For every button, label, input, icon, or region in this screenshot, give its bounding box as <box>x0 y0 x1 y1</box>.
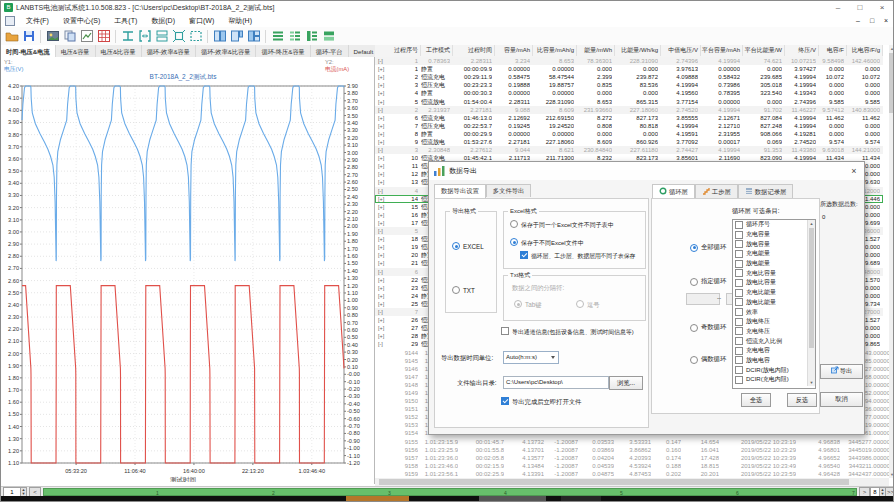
mdi-minimize-icon[interactable]: – <box>851 15 865 27</box>
checkbox-separate-sheets[interactable]: 循环层、工步层、数据层用不同子表保存 <box>520 251 635 261</box>
checkbox-open-after[interactable]: 导出完成后立即打开文件 <box>501 397 581 407</box>
save-icon[interactable] <box>20 28 37 44</box>
snapshot-icon[interactable] <box>44 28 61 44</box>
list-item-16[interactable]: DCIR(充电内阻) <box>733 375 815 385</box>
radio-diff-file[interactable]: 保存于不同Excel文件中 <box>510 238 584 248</box>
output-dir-input[interactable]: C:\Users\pc\Desktop\ <box>503 376 609 389</box>
browse-button[interactable]: 浏览... <box>609 376 643 390</box>
column-header-1[interactable]: 工作模式 <box>421 45 453 56</box>
column-header-8[interactable]: 平台容量/mAh <box>701 45 743 56</box>
list-scrollbar[interactable]: ▲ ▼ <box>807 220 815 386</box>
list-item-15[interactable]: DCIR(放电内阻) <box>733 365 815 375</box>
view-tab-4[interactable]: 循环-效率&比容量 <box>196 45 257 57</box>
cycle-scope-option-0[interactable]: 全部循环 <box>690 243 726 252</box>
list-view3-icon[interactable] <box>303 28 320 44</box>
layout-side-icon[interactable] <box>228 28 245 44</box>
mdi-restore-icon[interactable]: □ <box>865 15 879 27</box>
column-header-3[interactable]: 容量/mAh <box>495 45 533 56</box>
record-row[interactable]: 91561.01:23:25.900:01:55.84.13701-1.2008… <box>375 446 883 454</box>
list-item-6[interactable]: 放电比容量 <box>733 278 815 288</box>
zoom-reset-icon[interactable] <box>170 28 187 44</box>
column-header-12[interactable]: 比电容/F/g <box>847 45 883 56</box>
record-row[interactable]: 91571.01:23:36.000:02:05.84.13577-1.2008… <box>375 454 883 462</box>
column-header-10[interactable]: 终压/V <box>785 45 819 56</box>
list-item-12[interactable]: 恒流充入比例 <box>733 336 815 346</box>
zoom-box-icon[interactable] <box>187 28 204 44</box>
menu-item-0[interactable]: 文件(F) <box>19 14 56 27</box>
view-tab-0[interactable]: 时间-电压&电流 <box>1 45 56 57</box>
scroll-up-icon[interactable]: ▲ <box>808 220 815 227</box>
list-item-13[interactable]: 充电电容 <box>733 346 815 356</box>
record-row[interactable]: 91581.01:23:46.000:02:15.94.13484-1.2008… <box>375 462 883 470</box>
report-table-icon[interactable] <box>95 28 112 44</box>
process-row[interactable]: [+]6恒流充电01:46:13.02.12692212.691508.2728… <box>375 114 883 122</box>
channel-progress-bar[interactable]: 1234567 <box>43 488 857 496</box>
scroll-up-icon[interactable]: ▲ <box>889 45 894 52</box>
column-header-2[interactable]: 过程时间 <box>453 45 495 56</box>
cancel-button[interactable]: 取消 <box>820 392 863 407</box>
process-row[interactable]: [+]4静置00:00:30.30.000000.000000.0000.000… <box>375 89 883 97</box>
copy-icon[interactable] <box>61 28 78 44</box>
radio-same-file[interactable]: 保存于同一个Excel文件不同子表中 <box>510 220 614 230</box>
minimize-icon[interactable]: – <box>827 1 849 14</box>
radio-comma[interactable]: 逗号 <box>576 300 600 310</box>
record-row[interactable]: 91591.01:23:56.100:02:25.94.13391-1.2008… <box>375 470 883 478</box>
export-button[interactable]: 导出 <box>820 364 863 379</box>
view-tab-2[interactable]: 电压&比容量 <box>96 45 142 57</box>
column-header-6[interactable]: 比能量/Wh/kg <box>615 45 661 56</box>
list-item-10[interactable]: 放电终压 <box>733 317 815 327</box>
process-row[interactable]: [+]1静置00:00:09.90.000000.000000.0000.000… <box>375 65 883 73</box>
view-tab-3[interactable]: 循环-效率&容量 <box>142 45 196 57</box>
mdi-close-icon[interactable]: × <box>879 15 893 27</box>
process-row[interactable]: [+]8静置00:00:29.90.000000.000000.0000.000… <box>375 130 883 138</box>
scroll-down-icon[interactable]: ▼ <box>889 471 894 478</box>
menu-item-1[interactable]: 设置中心(S) <box>56 14 107 27</box>
table-vertical-scrollbar[interactable]: ▲ ▼ <box>889 45 894 478</box>
radio-excel[interactable]: EXCEL <box>452 242 484 250</box>
process-row[interactable]: [+]2恒流充电00:29:11.90.5847558.475442.39923… <box>375 73 883 81</box>
layout-mix-icon[interactable] <box>245 28 262 44</box>
list-item-11[interactable]: 充电终压 <box>733 327 815 337</box>
zoom-y-icon[interactable] <box>153 28 170 44</box>
list-item-4[interactable]: 放电能量 <box>733 259 815 269</box>
list-item-14[interactable]: 放电电容 <box>733 356 815 366</box>
column-header-0[interactable]: 过程序号 <box>389 45 421 56</box>
tab-cycle-layer[interactable]: 循环层 <box>652 184 695 199</box>
restore-icon[interactable]: □ <box>849 1 871 14</box>
cycle-row[interactable]: [-]22.319372.271819.0888.609231.93660227… <box>375 106 883 114</box>
process-row[interactable]: [+]9恒流放电01:53:27.62.27181227.180608.6098… <box>375 138 883 146</box>
list-item-0[interactable]: 循环序号 <box>733 220 815 230</box>
radio-txt[interactable]: TXT <box>452 286 475 294</box>
menu-item-2[interactable]: 工具(T) <box>107 14 144 27</box>
axis-setup-icon[interactable] <box>119 28 136 44</box>
cycle-range-start-input[interactable] <box>686 293 720 305</box>
list-item-2[interactable]: 放电容量 <box>733 239 815 249</box>
list-item-9[interactable]: 效率 <box>733 307 815 317</box>
column-header-7[interactable]: 中值电压/V <box>661 45 701 56</box>
list-item-1[interactable]: 充电容量 <box>733 230 815 240</box>
select-all-button[interactable]: 全选 <box>741 393 771 407</box>
menu-item-4[interactable]: 窗口(W) <box>182 14 221 27</box>
scroll-thumb[interactable] <box>889 53 894 113</box>
column-header-5[interactable]: 能量/mWh <box>577 45 615 56</box>
cycle-row[interactable]: [-]32.308482.276129.0448.621230.84840227… <box>375 146 883 154</box>
tab-multifile-export[interactable]: 多文件导出 <box>486 184 531 197</box>
tab-step-layer[interactable]: 工步层 <box>695 184 738 198</box>
process-row[interactable]: [+]5恒流放电01:54:00.42.28311228.310908.6538… <box>375 98 883 106</box>
list-item-7[interactable]: 充电比能量 <box>733 288 815 298</box>
cycle-row[interactable]: [-]10.783632.283113.2348.65378.36301228.… <box>375 57 883 65</box>
column-header-4[interactable]: 比容量/mAh/g <box>533 45 577 56</box>
list-view2-icon[interactable] <box>286 28 303 44</box>
dialog-close-icon[interactable]: × <box>844 166 864 176</box>
process-row[interactable]: [+]3恒压充电00:23:23.30.1988819.887570.83583… <box>375 81 883 89</box>
layout-two-icon[interactable] <box>211 28 228 44</box>
cycle-scope-option-3[interactable]: 偶数循环 <box>690 355 726 364</box>
radio-tab-key[interactable]: Tab键 <box>514 300 541 310</box>
view-tab-1[interactable]: 电压&容量 <box>56 45 96 57</box>
open-file-icon[interactable] <box>3 28 20 44</box>
list-item-8[interactable]: 放电比能量 <box>733 298 815 308</box>
cycle-items-list[interactable]: 循环序号充电容量放电容量充电能量放电能量充电比容量放电比容量充电比能量放电比能量… <box>732 219 816 389</box>
list-view1-icon[interactable] <box>269 28 286 44</box>
cycle-scope-option-2[interactable]: 奇数循环 <box>690 323 726 332</box>
tab-record-layer[interactable]: 数据记录层 <box>738 184 793 198</box>
